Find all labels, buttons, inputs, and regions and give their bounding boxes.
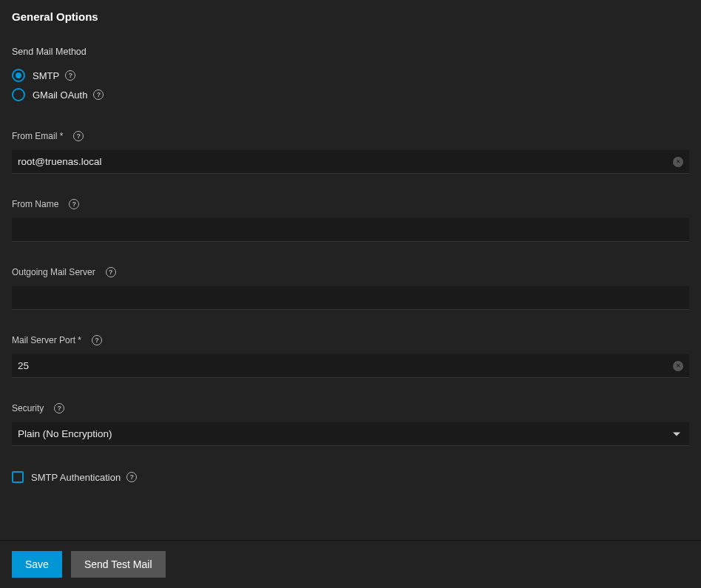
help-icon[interactable] — [93, 89, 104, 100]
from-email-label: From Email * — [12, 131, 63, 141]
help-icon[interactable] — [73, 131, 84, 141]
radio-smtp-label: SMTP — [33, 70, 59, 81]
chevron-down-icon — [673, 433, 680, 436]
from-name-field: From Name — [12, 199, 689, 242]
outgoing-server-label: Outgoing Mail Server — [12, 267, 95, 277]
port-input[interactable] — [12, 354, 689, 378]
radio-gmail-oauth[interactable]: GMail OAuth — [12, 85, 689, 104]
from-email-input[interactable] — [12, 150, 689, 174]
outgoing-server-field: Outgoing Mail Server — [12, 267, 689, 310]
radio-gmail-label: GMail OAuth — [33, 89, 87, 101]
help-icon[interactable] — [65, 70, 75, 81]
clear-icon[interactable] — [673, 157, 683, 167]
help-icon[interactable] — [54, 403, 64, 413]
help-icon[interactable] — [106, 267, 116, 277]
from-email-field: From Email * — [12, 131, 689, 174]
send-method-label: Send Mail Method — [12, 47, 689, 57]
help-icon[interactable] — [92, 335, 102, 345]
security-select[interactable]: Plain (No Encryption) — [12, 422, 689, 446]
security-field: Security Plain (No Encryption) — [12, 403, 689, 446]
help-icon[interactable] — [69, 199, 79, 209]
radio-smtp[interactable]: SMTP — [12, 66, 689, 85]
help-icon[interactable] — [126, 472, 137, 482]
security-label: Security — [12, 403, 44, 413]
footer: Save Send Test Mail — [0, 540, 701, 588]
port-label: Mail Server Port * — [12, 335, 81, 345]
from-name-input[interactable] — [12, 218, 689, 242]
outgoing-server-input[interactable] — [12, 286, 689, 310]
port-field: Mail Server Port * — [12, 335, 689, 378]
page-title: General Options — [12, 10, 689, 23]
smtp-auth-label: SMTP Authentication — [31, 472, 121, 483]
smtp-auth-row: SMTP Authentication — [12, 471, 689, 483]
radio-icon — [12, 69, 25, 82]
send-test-mail-button[interactable]: Send Test Mail — [71, 551, 166, 578]
radio-icon — [12, 88, 25, 101]
smtp-auth-checkbox[interactable] — [12, 471, 24, 483]
send-method-group: SMTP GMail OAuth — [12, 66, 689, 104]
from-name-label: From Name — [12, 199, 58, 209]
save-button[interactable]: Save — [12, 551, 62, 578]
clear-icon[interactable] — [673, 361, 683, 371]
